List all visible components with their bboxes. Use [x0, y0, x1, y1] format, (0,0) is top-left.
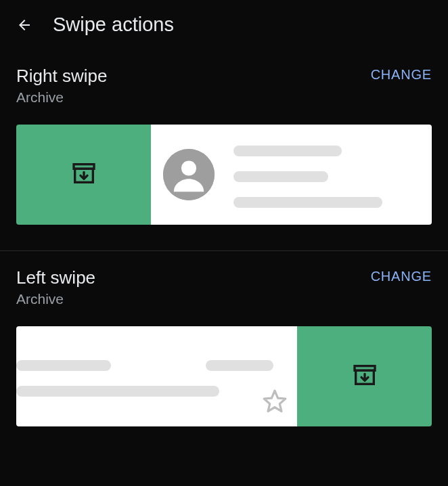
right-swipe-subtitle: Archive [16, 89, 107, 106]
placeholder-line [233, 171, 328, 182]
placeholder-line [16, 386, 219, 397]
archive-icon [70, 160, 97, 190]
header: Swipe actions [0, 0, 448, 49]
right-swipe-header: Right swipe Archive CHANGE [16, 66, 432, 106]
right-swipe-action-panel [16, 125, 151, 225]
left-swipe-subtitle: Archive [16, 291, 95, 307]
right-swipe-titles: Right swipe Archive [16, 66, 107, 106]
svg-point-3 [181, 160, 196, 175]
page-title: Swipe actions [53, 14, 174, 36]
right-swipe-message-preview [151, 125, 432, 225]
back-arrow-icon[interactable] [16, 17, 32, 33]
star-icon [262, 389, 288, 417]
avatar-icon [163, 149, 215, 200]
message-lines [16, 356, 285, 397]
message-lines [233, 141, 420, 208]
right-swipe-change-button[interactable]: CHANGE [371, 66, 432, 83]
left-swipe-titles: Left swipe Archive [16, 267, 95, 307]
left-swipe-header: Left swipe Archive CHANGE [16, 267, 432, 307]
right-swipe-preview [16, 125, 432, 225]
right-swipe-section: Right swipe Archive CHANGE [0, 49, 448, 225]
left-swipe-action-panel [297, 326, 432, 426]
placeholder-line [233, 197, 382, 208]
left-swipe-message-preview [16, 326, 297, 426]
right-swipe-title: Right swipe [16, 66, 107, 87]
placeholder-line [16, 360, 111, 371]
placeholder-line [206, 360, 273, 371]
left-swipe-preview [16, 326, 432, 426]
placeholder-line [233, 146, 342, 156]
left-swipe-title: Left swipe [16, 267, 95, 288]
left-swipe-change-button[interactable]: CHANGE [371, 267, 432, 284]
archive-icon [351, 361, 378, 391]
left-swipe-section: Left swipe Archive CHANGE [0, 251, 448, 426]
